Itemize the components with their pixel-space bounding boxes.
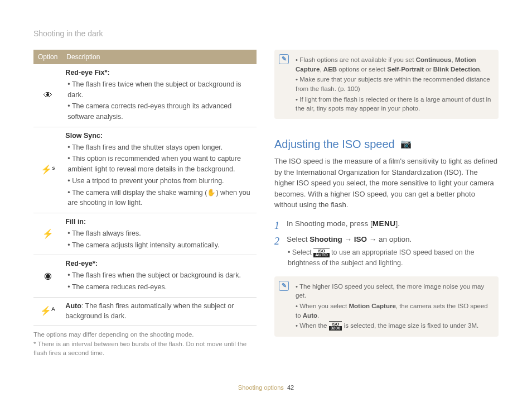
- iso-auto-icon: ISOAUTO: [313, 248, 330, 258]
- camera-icon: 📷: [400, 137, 412, 151]
- th-desc: Description: [62, 50, 257, 64]
- option-bullet: This option is recommended when you want…: [67, 154, 253, 175]
- option-bullet: The camera reduces red-eyes.: [67, 282, 253, 293]
- auto-flash-icon: ⚡ᴬ: [33, 297, 62, 326]
- th-option: Option: [33, 50, 62, 64]
- section-heading: Adjusting the ISO speed 📷: [274, 136, 499, 152]
- note-bullet: When the ISO3200 is selected, the image …: [296, 321, 493, 331]
- page-number: 42: [287, 384, 294, 391]
- option-bullet: The flash always fires.: [67, 228, 253, 239]
- option-bullet: The camera corrects red-eyes through its…: [67, 101, 253, 122]
- note-icon: ✎: [279, 281, 289, 291]
- fill-in-icon: ⚡: [33, 213, 62, 255]
- note-bullet: When you select Motion Capture, the came…: [296, 302, 493, 320]
- table-row: ⚡ᴬ Auto: The flash fires automatically w…: [33, 297, 257, 326]
- option-bullet: The flash fires when the subject or back…: [67, 270, 253, 281]
- note-bullet: If light from the flash is relected or t…: [296, 95, 493, 113]
- breadcrumb: Shooting in the dark: [33, 28, 499, 40]
- option-bullet: The flash fires twice when the subject o…: [67, 79, 253, 100]
- table-row: ⚡ Fill in: The flash always fires. The c…: [33, 213, 257, 255]
- note-icon: ✎: [279, 54, 289, 64]
- menu-button-label: MENU: [373, 219, 396, 228]
- table-row: ◉ Red-eye*: The flash fires when the sub…: [33, 255, 257, 297]
- section-intro: The ISO speed is the measure of a film's…: [274, 156, 499, 210]
- option-bullet: The camera will display the shake warnin…: [67, 188, 253, 209]
- note-box-top: ✎ Flash options are not available if you…: [274, 50, 499, 119]
- table-row: 👁 Red-eye Fix*: The flash fires twice wh…: [33, 64, 257, 127]
- note-bullet: Make sure that your subjects are within …: [296, 75, 493, 93]
- note-bullet: The higher ISO speed you select, the mor…: [296, 282, 493, 300]
- note-box-bottom: ✎ The higher ISO speed you select, the m…: [274, 276, 499, 337]
- page-footer: Shooting options 42: [0, 383, 532, 393]
- step-sub-bullet: Select ISOAUTO to use an appropriate ISO…: [287, 247, 499, 269]
- footnote: The options may differ depending on the …: [33, 330, 257, 358]
- option-bullet: The flash fires and the shutter stays op…: [67, 142, 253, 153]
- table-row: ⚡ˢ Slow Sync: The flash fires and the sh…: [33, 127, 257, 213]
- red-eye-icon: ◉: [33, 255, 62, 297]
- step-1: In Shooting mode, press [MENU].: [274, 218, 499, 229]
- option-inline: : The flash fires automatically when the…: [65, 302, 234, 320]
- option-name: Red-eye Fix*:: [65, 69, 109, 76]
- option-bullet: Use a tripod to prevent your photos from…: [67, 176, 253, 186]
- option-name: Fill in:: [65, 218, 86, 226]
- option-name: Red-eye*:: [65, 260, 98, 267]
- steps-list: In Shooting mode, press [MENU]. Select S…: [274, 218, 499, 269]
- note-bullet: Flash options are not available if you s…: [296, 55, 493, 74]
- red-eye-fix-icon: 👁: [33, 64, 62, 127]
- option-bullet: The camera adjusts light intensity autom…: [67, 240, 253, 251]
- iso-3200-icon: ISO3200: [329, 321, 342, 331]
- step-2: Select Shooting → ISO → an option. Selec…: [274, 234, 499, 269]
- options-table: Option Description 👁 Red-eye Fix*: The f…: [33, 50, 257, 326]
- option-name: Auto: [65, 302, 81, 310]
- slow-sync-icon: ⚡ˢ: [33, 127, 62, 213]
- option-name: Slow Sync:: [65, 132, 103, 140]
